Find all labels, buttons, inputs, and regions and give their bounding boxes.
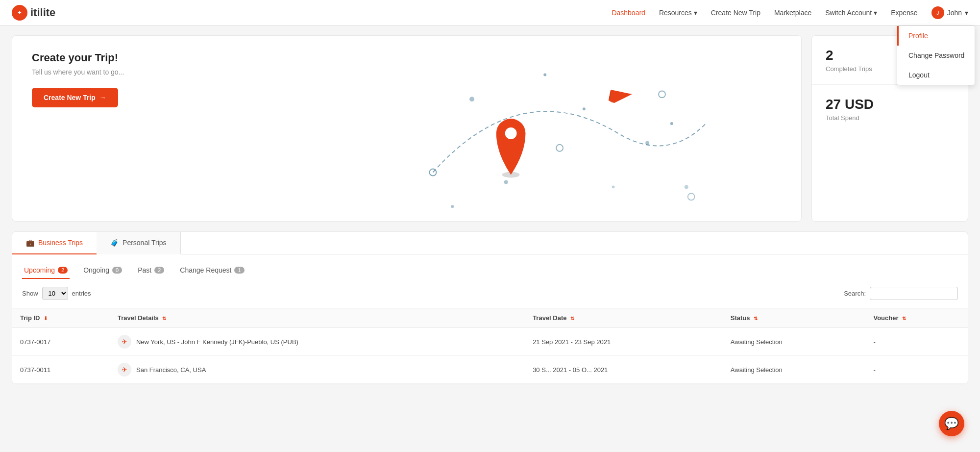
cell-status: Awaiting Selection — [723, 328, 866, 356]
create-trip-button[interactable]: Create New Trip → — [32, 88, 118, 107]
chevron-down-icon: ▾ — [874, 9, 877, 17]
nav-create-new-trip[interactable]: Create New Trip — [711, 9, 760, 17]
svg-point-9 — [684, 185, 688, 189]
user-menu[interactable]: J John ▾ — [931, 6, 968, 19]
trip-type-tabs: 💼 Business Trips 🧳 Personal Trips — [12, 232, 968, 254]
svg-point-8 — [451, 205, 454, 208]
sub-tab-ongoing[interactable]: Ongoing 0 — [81, 262, 124, 279]
cell-travel-details: ✈ San Francisco, CA, USA — [110, 356, 525, 384]
dropdown-profile[interactable]: Profile — [897, 26, 975, 46]
svg-point-14 — [687, 193, 694, 200]
sub-tab-upcoming[interactable]: Upcoming 2 — [22, 262, 70, 279]
nav-marketplace[interactable]: Marketplace — [774, 9, 811, 17]
svg-point-12 — [556, 145, 563, 151]
upcoming-badge: 2 — [58, 267, 68, 274]
col-status[interactable]: Status ⇅ — [723, 308, 866, 328]
main-content: Create your Trip! Tell us where you want… — [0, 25, 980, 394]
user-dropdown-menu: Profile Change Password Logout — [897, 25, 975, 85]
chevron-down-icon: ▾ — [694, 9, 697, 17]
total-spend-number: 27 USD — [826, 97, 954, 112]
cell-travel-date: 30 S... 2021 - 05 O... 2021 — [525, 356, 723, 384]
svg-point-4 — [582, 107, 585, 110]
sort-icon: ⇅ — [162, 316, 166, 321]
cell-voucher: - — [865, 328, 968, 356]
total-spend-stat: 27 USD Total Spend — [812, 85, 968, 133]
svg-point-10 — [612, 185, 614, 188]
hero-card: Create your Trip! Tell us where you want… — [12, 35, 802, 222]
cell-trip-id: 0737-0017 — [12, 328, 110, 356]
travel-mode-icon: ✈ — [118, 335, 131, 349]
svg-point-16 — [505, 127, 516, 139]
entries-label: entries — [72, 290, 91, 297]
avatar: J — [931, 6, 944, 19]
sort-icon: ⇅ — [570, 316, 574, 321]
travel-mode-icon: ✈ — [118, 363, 131, 377]
map-illustration — [289, 36, 802, 221]
search-input[interactable] — [870, 287, 958, 300]
sub-tabs: Upcoming 2 Ongoing 0 Past 2 Change Reque… — [12, 254, 968, 279]
sort-icon: ⇅ — [754, 316, 758, 321]
tab-business-trips[interactable]: 💼 Business Trips — [12, 232, 97, 254]
briefcase-icon: 💼 — [26, 239, 34, 247]
nav-resources[interactable]: Resources ▾ — [659, 9, 697, 17]
trips-table: Trip ID ⬇ Travel Details ⇅ Travel Date ⇅… — [12, 308, 968, 384]
cell-travel-date: 21 Sep 2021 - 23 Sep 2021 — [525, 328, 723, 356]
svg-point-13 — [659, 91, 665, 98]
svg-point-2 — [469, 97, 474, 101]
logo-icon: ✈ — [12, 5, 27, 21]
cell-trip-id: 0737-0011 — [12, 356, 110, 384]
table-header-row: Trip ID ⬇ Travel Details ⇅ Travel Date ⇅… — [12, 308, 968, 328]
nav-expense[interactable]: Expense — [891, 9, 917, 17]
col-travel-details[interactable]: Travel Details ⇅ — [110, 308, 525, 328]
cell-travel-details: ✈ New York, US - John F Kennedy (JFK)-Pu… — [110, 328, 525, 356]
svg-point-3 — [543, 74, 546, 76]
show-entries-control: Show 10 25 50 entries — [22, 287, 91, 300]
nav-switch-account[interactable]: Switch Account ▾ — [825, 9, 877, 17]
search-label: Search: — [844, 290, 866, 297]
total-spend-label: Total Spend — [826, 114, 954, 122]
nav-dashboard[interactable]: Dashboard — [612, 9, 645, 17]
sub-tab-past[interactable]: Past 2 — [136, 262, 166, 279]
svg-point-5 — [645, 141, 649, 145]
username: John — [947, 9, 962, 17]
sort-icon: ⬇ — [44, 316, 48, 321]
sub-tab-change-request[interactable]: Change Request 1 — [178, 262, 246, 279]
navbar: ✈ itilite Dashboard Resources ▾ Create N… — [0, 0, 980, 25]
svg-point-7 — [504, 180, 508, 184]
ongoing-badge: 0 — [112, 267, 122, 274]
svg-text:✈: ✈ — [18, 10, 22, 15]
brand-logo[interactable]: ✈ itilite — [12, 5, 55, 21]
dropdown-logout[interactable]: Logout — [897, 65, 975, 85]
col-trip-id[interactable]: Trip ID ⬇ — [12, 308, 110, 328]
col-travel-date[interactable]: Travel Date ⇅ — [525, 308, 723, 328]
past-badge: 2 — [154, 267, 164, 274]
svg-point-6 — [670, 122, 673, 125]
change-request-badge: 1 — [234, 267, 244, 274]
person-icon: 🧳 — [110, 239, 119, 247]
table-row[interactable]: 0737-0017 ✈ New York, US - John F Kenned… — [12, 328, 968, 356]
navbar-links: Dashboard Resources ▾ Create New Trip Ma… — [612, 6, 968, 19]
show-label: Show — [22, 290, 38, 297]
table-row[interactable]: 0737-0011 ✈ San Francisco, CA, USA 30 S.… — [12, 356, 968, 384]
cell-status: Awaiting Selection — [723, 356, 866, 384]
cell-voucher: - — [865, 356, 968, 384]
sort-icon: ⇅ — [902, 316, 906, 321]
entries-select[interactable]: 10 25 50 — [42, 287, 68, 300]
col-voucher[interactable]: Voucher ⇅ — [865, 308, 968, 328]
user-chevron-icon: ▾ — [965, 9, 968, 17]
table-controls: Show 10 25 50 entries Search: — [12, 279, 968, 308]
brand-name: itilite — [30, 6, 55, 19]
dropdown-change-password[interactable]: Change Password — [897, 46, 975, 65]
trips-section: 💼 Business Trips 🧳 Personal Trips Upcomi… — [12, 231, 968, 384]
search-box: Search: — [844, 287, 958, 300]
tab-personal-trips[interactable]: 🧳 Personal Trips — [97, 232, 180, 254]
arrow-icon: → — [99, 94, 106, 101]
